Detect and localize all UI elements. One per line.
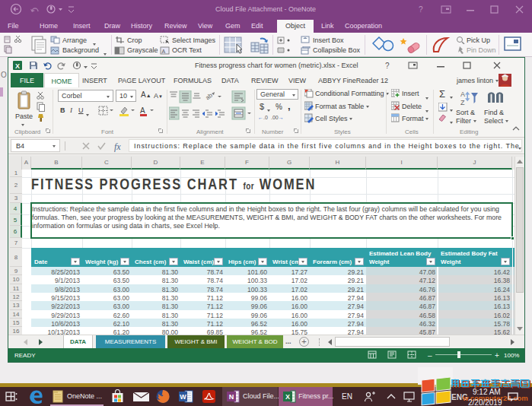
svg-text:A: A (460, 90, 465, 98)
svg-text:?: ? (385, 62, 390, 70)
svg-text:A: A (140, 106, 145, 115)
svg-text:A: A (162, 49, 166, 54)
svg-text:X: X (285, 393, 290, 401)
svg-text:?: ? (419, 5, 423, 14)
svg-text:Z: Z (460, 99, 465, 106)
svg-text:fx: fx (114, 141, 121, 152)
svg-text:W: W (180, 393, 186, 401)
svg-text:X: X (15, 62, 20, 70)
svg-text:N: N (229, 393, 234, 401)
